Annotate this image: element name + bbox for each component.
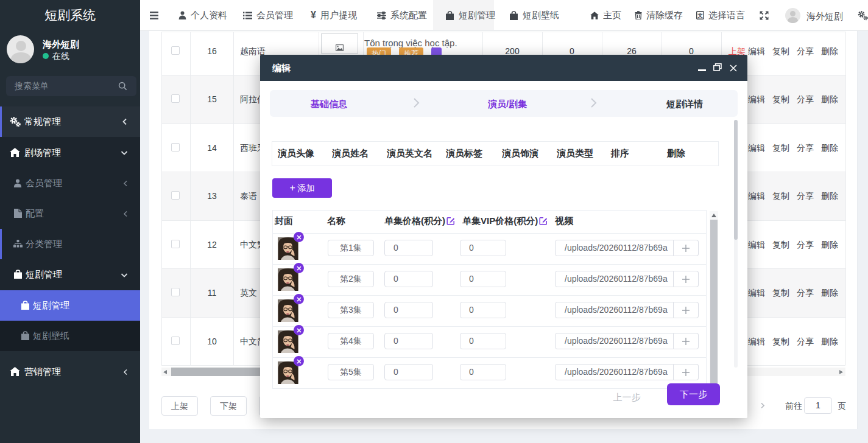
svg-text:文: 文	[697, 12, 703, 18]
